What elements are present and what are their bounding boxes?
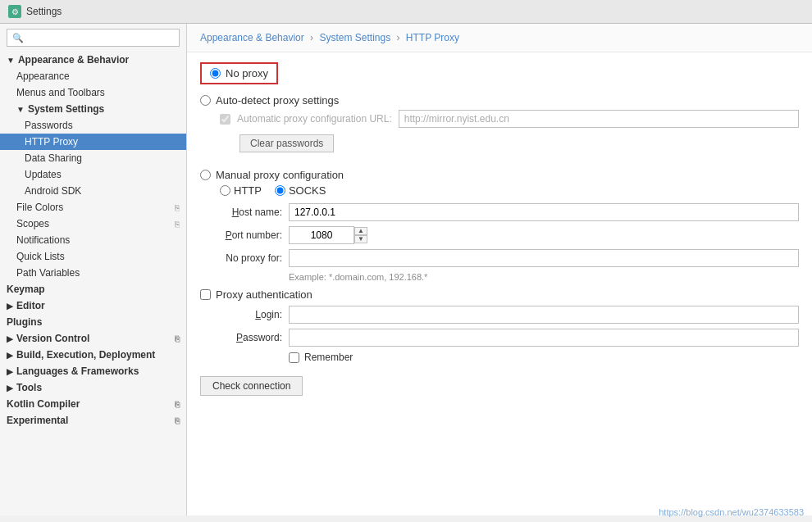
auto-url-checkbox[interactable]: [220, 114, 230, 125]
sidebar-item-data-sharing[interactable]: Data Sharing: [0, 150, 186, 166]
auto-detect-row: Auto-detect proxy settings: [200, 94, 799, 107]
remember-row: Remember: [289, 352, 799, 363]
no-proxy-label: No proxy: [226, 67, 268, 79]
lang-arrow: ▶: [7, 367, 13, 376]
window-title: Settings: [26, 6, 62, 17]
sidebar-item-tools[interactable]: ▶ Tools: [0, 379, 186, 396]
port-number-row: Port number: ▲ ▼: [200, 226, 799, 244]
host-name-input[interactable]: [289, 203, 799, 221]
password-label-text: Password:: [236, 332, 282, 343]
vc-copy-icon: ⎘: [175, 334, 180, 343]
breadcrumb-part1: Appearance & Behavior: [200, 32, 304, 43]
tools-arrow: ▶: [7, 384, 13, 393]
example-text: Example: *.domain.com, 192.168.*: [289, 272, 799, 282]
no-proxy-for-label: No proxy for:: [200, 252, 282, 264]
sidebar-item-languages-frameworks[interactable]: ▶ Languages & Frameworks: [0, 363, 186, 379]
sidebar-item-notifications[interactable]: Notifications: [0, 232, 186, 248]
port-spinner: ▲ ▼: [354, 227, 367, 243]
socks-protocol-group: SOCKS: [275, 184, 326, 197]
sidebar-item-experimental[interactable]: Experimental ⎘: [0, 412, 186, 429]
host-name-row: Host name:: [200, 203, 799, 221]
host-name-label: Host name:: [200, 207, 282, 218]
clear-passwords-container: Clear passwords: [220, 134, 799, 161]
sidebar: 🔍 ▼ Appearance & Behavior Appearance Men…: [0, 24, 187, 515]
sidebar-item-menus-toolbars[interactable]: Menus and Toolbars: [0, 84, 186, 101]
port-number-input[interactable]: [289, 226, 354, 244]
watermark: https://blog.csdn.net/wu2374633583: [659, 507, 804, 517]
http-label: HTTP: [234, 184, 262, 197]
proxy-auth-row: Proxy authentication: [200, 288, 799, 301]
sidebar-item-appearance[interactable]: Appearance: [0, 68, 186, 84]
no-proxy-box: No proxy: [200, 62, 278, 84]
sidebar-item-appearance-behavior[interactable]: ▼ Appearance & Behavior: [0, 52, 186, 68]
build-arrow: ▶: [7, 351, 13, 360]
no-proxy-radio[interactable]: [210, 68, 221, 79]
sidebar-item-editor[interactable]: ▶ Editor: [0, 297, 186, 314]
manual-proxy-label: Manual proxy configuration: [216, 169, 344, 181]
login-label: Login:: [200, 309, 282, 320]
login-label-text: Login:: [255, 309, 282, 320]
port-label-text: Port number:: [226, 229, 282, 241]
kotlin-copy-icon: ⎘: [175, 400, 180, 409]
port-number-label: Port number:: [200, 229, 282, 241]
auto-url-input[interactable]: [399, 110, 799, 128]
auto-detect-radio[interactable]: [200, 95, 211, 106]
proxy-auth-checkbox[interactable]: [200, 289, 211, 300]
password-input[interactable]: [289, 329, 799, 347]
sidebar-item-quick-lists[interactable]: Quick Lists: [0, 248, 186, 265]
sidebar-item-file-colors[interactable]: File Colors ⎘: [0, 199, 186, 216]
proxy-auth-label: Proxy authentication: [216, 288, 312, 301]
sidebar-item-passwords[interactable]: Passwords: [0, 117, 186, 134]
vc-arrow: ▶: [7, 334, 13, 343]
sidebar-item-kotlin-compiler[interactable]: Kotlin Compiler ⎘: [0, 396, 186, 412]
sidebar-item-updates[interactable]: Updates: [0, 166, 186, 183]
sidebar-item-system-settings[interactable]: ▼ System Settings: [0, 101, 186, 117]
remember-checkbox[interactable]: [289, 352, 299, 363]
socks-radio[interactable]: [275, 185, 285, 196]
password-label: Password:: [200, 332, 282, 343]
sidebar-item-path-variables[interactable]: Path Variables: [0, 265, 186, 281]
port-spinner-group: ▲ ▼: [289, 226, 367, 244]
manual-proxy-radio[interactable]: [200, 170, 211, 180]
auto-url-row: Automatic proxy configuration URL:: [220, 110, 799, 128]
main-container: 🔍 ▼ Appearance & Behavior Appearance Men…: [0, 24, 812, 515]
copy-icon-scopes: ⎘: [175, 220, 180, 229]
sidebar-item-build-execution[interactable]: ▶ Build, Execution, Deployment: [0, 347, 186, 363]
port-down-button[interactable]: ▼: [354, 235, 367, 243]
protocol-radios: HTTP SOCKS: [220, 184, 799, 197]
experimental-copy-icon: ⎘: [175, 416, 180, 425]
title-bar: ⚙ Settings: [0, 0, 812, 24]
socks-label: SOCKS: [289, 184, 326, 197]
password-row: Password:: [200, 329, 799, 347]
search-icon: 🔍: [12, 33, 24, 43]
search-input[interactable]: [27, 32, 174, 43]
expand-arrow: ▼: [7, 56, 15, 65]
breadcrumb-part2: System Settings: [319, 32, 390, 43]
breadcrumb-sep2: ›: [396, 32, 399, 43]
sidebar-item-http-proxy[interactable]: HTTP Proxy: [0, 134, 186, 150]
editor-arrow: ▶: [7, 302, 13, 311]
http-protocol-group: HTTP: [220, 184, 262, 197]
sidebar-item-scopes[interactable]: Scopes ⎘: [0, 216, 186, 232]
clear-passwords-button[interactable]: Clear passwords: [239, 134, 334, 152]
check-connection-button[interactable]: Check connection: [200, 376, 303, 396]
auto-url-label: Automatic proxy configuration URL:: [237, 113, 392, 125]
sidebar-item-plugins[interactable]: Plugins: [0, 314, 186, 330]
no-proxy-label-text: No proxy for:: [226, 252, 282, 264]
content-area: Appearance & Behavior › System Settings …: [187, 24, 812, 515]
login-input[interactable]: [289, 306, 799, 324]
host-label-text: Host name:: [232, 207, 282, 218]
http-radio[interactable]: [220, 185, 230, 196]
no-proxy-for-input[interactable]: [289, 249, 799, 267]
search-box[interactable]: 🔍: [7, 29, 180, 47]
system-settings-arrow: ▼: [16, 105, 25, 114]
sidebar-item-version-control[interactable]: ▶ Version Control ⎘: [0, 330, 186, 347]
sidebar-item-android-sdk[interactable]: Android SDK: [0, 183, 186, 199]
settings-panel: No proxy Auto-detect proxy settings Auto…: [187, 52, 812, 406]
no-proxy-for-row: No proxy for:: [200, 249, 799, 267]
remember-label: Remember: [304, 352, 353, 363]
port-up-button[interactable]: ▲: [354, 227, 367, 235]
sidebar-item-keymap[interactable]: Keymap: [0, 281, 186, 297]
copy-icon: ⎘: [175, 203, 180, 212]
breadcrumb-sep1: ›: [310, 32, 313, 43]
